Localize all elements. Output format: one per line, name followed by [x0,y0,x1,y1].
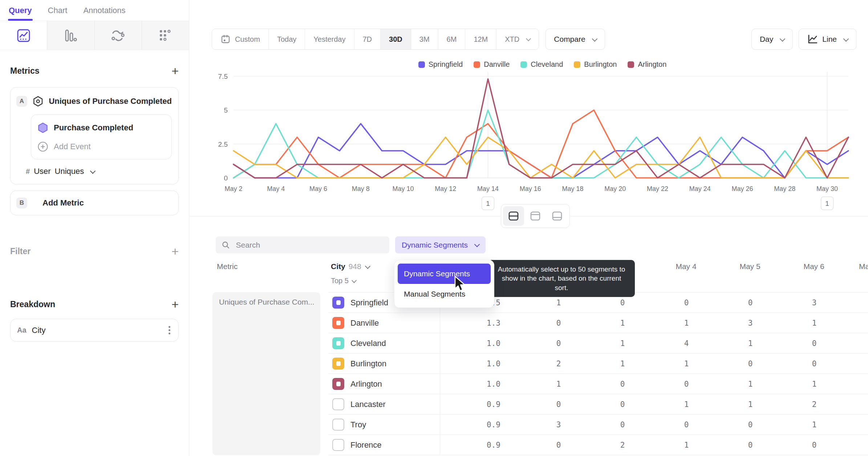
search-icon [222,240,230,250]
range-custom[interactable]: Custom [212,29,269,49]
layout-split-button[interactable] [503,206,524,226]
segment-checkbox-unchecked[interactable] [332,439,344,451]
segment-checkbox-checked[interactable] [332,358,344,370]
cell-value: 1 [556,380,561,388]
range-7d[interactable]: 7D [354,29,381,49]
cell-value: 0 [812,441,817,449]
chart-style-button[interactable]: Line [799,29,856,50]
cell-value: 1 [684,400,689,409]
segment-checkbox-checked[interactable] [332,317,344,329]
cell-value: 1 [748,380,753,388]
chevron-down-icon [780,36,786,42]
range-3m[interactable]: 3M [411,29,438,49]
cell-value: 2 [556,359,561,368]
svg-text:May 22: May 22 [647,185,668,192]
city-name: Florence [350,440,382,450]
cell-value: 1 [748,339,753,348]
segment-checkbox-checked[interactable] [332,337,344,349]
nav-tab-chart[interactable]: Chart [48,0,68,21]
annotation-badge[interactable]: 1 [821,197,833,210]
range-6m[interactable]: 6M [438,29,466,49]
range-12m[interactable]: 12M [465,29,496,49]
chart-type-tabs [0,21,189,50]
avg-value: 1.3 [487,319,500,327]
add-filter-plus-icon[interactable]: + [171,245,179,257]
layout-top-button[interactable] [525,206,546,226]
svg-text:May 26: May 26 [732,185,753,192]
event-hexagon-icon [37,122,49,134]
segment-checkbox-checked[interactable] [332,378,344,390]
range-yesterday[interactable]: Yesterday [305,29,354,49]
compare-button[interactable]: Compare [545,29,605,50]
svg-text:0: 0 [224,174,228,182]
add-event-row[interactable]: Add Event [37,136,166,154]
cell-value: 2 [620,441,625,449]
segment-checkbox-unchecked[interactable] [332,419,344,431]
segment-checkbox-checked[interactable] [332,297,344,309]
kebab-menu-icon[interactable] [167,325,172,336]
circle-plus-icon [37,141,49,152]
svg-text:1: 1 [486,200,490,207]
segment-mode-button[interactable]: Dynamic Segments [395,236,486,253]
range-today[interactable]: Today [269,29,305,49]
table-row-burlington: Burlington1.021100 [328,354,868,374]
cell-value: 0 [556,339,561,348]
breakdown-title: Breakdown [10,300,55,309]
line-chart-canvas[interactable]: 02.557.5May 2May 4May 6May 8May 10May 12… [189,58,868,214]
cell-value: 1 [620,339,625,348]
chart-type-tab-flow[interactable] [95,21,142,50]
dynamic-segments-tooltip: Automatically select up to 50 segments t… [488,260,635,297]
group-column-header[interactable]: City 948 [331,262,370,271]
segment-checkbox-unchecked[interactable] [332,398,344,410]
chart-type-tab-bar-chart[interactable] [47,21,94,50]
city-name: Springfield [350,298,388,308]
nav-tab-annotations[interactable]: Annotations [83,0,125,21]
breakdown-property-name: City [32,326,46,335]
granularity-button[interactable]: Day [751,29,793,50]
metric-card-b[interactable]: B Add Metric [10,191,179,215]
range-xtd[interactable]: XTD [496,29,539,49]
table-row-lancaster: Lancaster0.900112 [328,394,868,415]
dropdown-item-manual-segments[interactable]: Manual Segments [398,284,491,304]
cell-value: 0 [556,400,561,409]
cell-value: 0 [620,400,625,409]
chevron-down-icon [592,36,597,42]
chevron-down-icon [352,278,357,283]
metric-a-row[interactable]: A Uniques of Purchase Completed [16,95,172,108]
chart-type-tab-scatter-grid[interactable] [142,21,189,50]
metric-b-badge: B [16,198,27,208]
nav-tab-query[interactable]: Query [9,0,32,21]
add-breakdown-plus-icon[interactable]: + [171,298,179,310]
filter-title: Filter [10,247,31,256]
svg-text:May 14: May 14 [477,185,499,192]
city-name: Lancaster [350,400,386,409]
annotation-badge[interactable]: 1 [482,197,494,210]
range-30d[interactable]: 30D [381,29,411,49]
chart-type-tab-line-chart[interactable] [0,21,47,50]
dropdown-item-dynamic-segments[interactable]: Dynamic Segments [398,264,491,284]
segments-table: Uniques of Purchase Com... Springfield1.… [189,292,868,456]
measure-row[interactable]: # User Uniques [26,167,172,176]
add-metric-plus-icon[interactable]: + [171,65,179,77]
measure-prefix: # [26,167,30,176]
breakdown-city-card[interactable]: Aa City [10,319,179,342]
cell-value: 4 [684,339,689,348]
cell-value: 0 [748,441,753,449]
event-row[interactable]: Purchase Completed [37,120,166,136]
layout-bottom-button[interactable] [547,206,568,226]
top-n-selector[interactable]: Top 5 [331,277,356,285]
avg-value: 0.9 [487,420,500,429]
table-row-cleveland: Cleveland1.001410 [328,333,868,354]
cell-value: 0 [748,420,753,429]
metric-cell: Uniques of Purchase Com... [212,292,320,455]
svg-text:May 20: May 20 [604,185,626,192]
segment-search[interactable] [216,236,389,253]
hexagon-metric-icon [32,95,44,108]
city-name: Cleveland [350,339,386,348]
line-chart-icon [807,34,818,45]
bar-chart-icon [62,27,79,44]
search-input[interactable] [235,240,384,250]
city-name: Danville [350,318,379,328]
cell-value: 3 [556,420,561,429]
date-column-header: May 6 [782,262,846,271]
